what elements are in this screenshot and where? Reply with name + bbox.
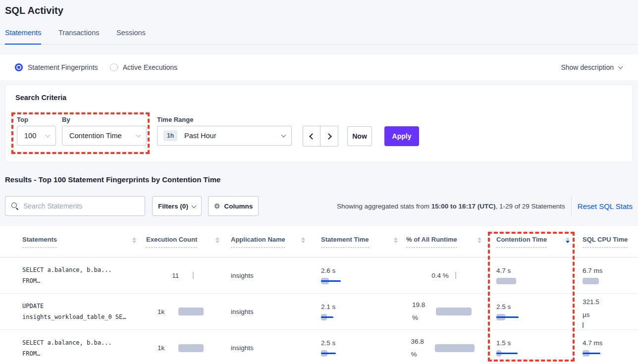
search-criteria-heading: Search Criteria: [15, 94, 66, 102]
sql-cpu-time-bar: [583, 322, 584, 328]
statement-cell[interactable]: SELECT a.balance, b.ba... FROM…: [22, 258, 136, 293]
statement-search-box: [5, 196, 145, 216]
stats-area: Showing aggregated stats from 15:00 to 1…: [337, 196, 633, 216]
sort-icon-active[interactable]: [566, 237, 570, 243]
execution-count-bar: [193, 272, 194, 279]
page-title: SQL Activity: [5, 5, 63, 16]
sort-icon[interactable]: [215, 237, 219, 243]
execution-count-cell: 1k: [146, 294, 219, 329]
radio-active-executions[interactable]: Active Executions: [110, 63, 178, 71]
time-range-select[interactable]: 1h Past Hour: [157, 126, 292, 146]
sort-icon[interactable]: [132, 237, 136, 243]
reset-sql-stats-link[interactable]: Reset SQL Stats: [578, 202, 633, 210]
statement-text: FROM…: [22, 348, 136, 359]
top-select[interactable]: 100: [17, 126, 56, 146]
apply-button[interactable]: Apply: [384, 126, 419, 146]
col-header-statement-time[interactable]: Statement Time: [321, 236, 369, 248]
now-button[interactable]: Now: [347, 126, 372, 146]
application-name-value: insights: [231, 344, 305, 352]
statement-time-value: 2.5 s: [321, 339, 398, 347]
sort-icon[interactable]: [478, 237, 481, 243]
statement-text: SELECT a.balance, b.ba...: [22, 337, 136, 348]
sql-cpu-time-cell: 4.7 ms: [583, 330, 632, 364]
radio-unselected-icon: [110, 63, 118, 71]
arrow-right-icon: [325, 133, 332, 140]
contention-time-cell: 4.7 s: [496, 258, 570, 293]
sql-cpu-time-value: 4.7 ms: [583, 339, 632, 347]
stats-prefix: Showing aggregated stats from: [337, 203, 431, 210]
filters-button[interactable]: Filters (0): [152, 196, 202, 216]
pct-runtime-value: 19.8: [412, 299, 436, 312]
stats-suffix: , 1-29 of 29 Statements: [495, 203, 565, 210]
radio-label: Active Executions: [123, 63, 178, 71]
sql-cpu-time-value: 6.7 ms: [583, 266, 632, 275]
sort-icon[interactable]: [301, 237, 305, 243]
statement-text: FROM…: [22, 275, 136, 286]
columns-label: Columns: [224, 203, 253, 210]
execution-count-value: 1k: [158, 344, 178, 352]
time-range-badge: 1h: [163, 130, 177, 141]
col-header-sql-cpu-time[interactable]: SQL CPU Time: [583, 236, 628, 248]
statement-cell[interactable]: SELECT a.balance, b.ba... FROM…: [22, 330, 136, 364]
statement-text: insights_workload_table_0 SE…: [22, 312, 136, 322]
sql-cpu-time-value: 321.5: [583, 296, 632, 309]
show-description-label: Show description: [561, 63, 614, 71]
contention-time-value: 2.5 s: [496, 303, 570, 311]
statement-time-bar: [321, 350, 351, 357]
statement-time-cell: 2.5 s: [321, 330, 398, 364]
stats-range: 15:00 to 16:17 (UTC): [431, 203, 496, 210]
previous-time-button[interactable]: [303, 126, 320, 146]
sort-icon[interactable]: [394, 237, 398, 243]
pct-runtime-value: 0.4 %: [431, 271, 455, 280]
statement-time-value: 2.1 s: [321, 303, 398, 311]
gear-icon: ⚙: [214, 202, 220, 210]
sql-cpu-time-unit: µs: [583, 309, 632, 321]
statements-table: Statements Execution Count Application N…: [0, 225, 638, 364]
show-description-toggle[interactable]: Show description: [561, 54, 622, 80]
radio-label: Statement Fingerprints: [28, 63, 98, 71]
execution-count-bar: [178, 345, 208, 352]
contention-time-bar: [496, 314, 526, 321]
pct-runtime-bar: [436, 308, 476, 315]
col-header-contention-time[interactable]: Contention Time: [496, 236, 547, 248]
filters-label: Filters (0): [158, 203, 188, 210]
statement-time-value: 2.6 s: [321, 266, 398, 275]
statement-cell[interactable]: UPDATE insights_workload_table_0 SE…: [22, 294, 136, 329]
tab-sessions[interactable]: Sessions: [116, 29, 146, 45]
contention-time-value: 4.7 s: [496, 266, 570, 275]
contention-time-cell: 1.5 s: [496, 330, 570, 364]
time-range-label: Time Range: [157, 116, 193, 123]
contention-time-bar: [496, 350, 526, 357]
next-time-button[interactable]: [320, 126, 338, 146]
execution-count-cell: 1k: [146, 330, 219, 364]
tab-transactions[interactable]: Transactions: [58, 29, 99, 45]
divider: [571, 196, 572, 216]
application-name-value: insights: [231, 308, 305, 316]
by-label: By: [62, 116, 70, 123]
contention-time-bar: [496, 278, 526, 285]
search-input[interactable]: [23, 202, 145, 210]
col-header-application-name[interactable]: Application Name: [231, 236, 285, 248]
execution-count-value: 11: [172, 272, 193, 279]
by-select[interactable]: Contention Time: [62, 126, 147, 146]
results-heading: Results - Top 100 Statement Fingerprints…: [5, 175, 220, 184]
col-header-pct-runtime[interactable]: % of All Runtime: [406, 236, 457, 248]
chevron-down-icon: [618, 64, 623, 69]
execution-count-value: 1k: [158, 308, 178, 315]
col-header-statements[interactable]: Statements: [22, 236, 57, 248]
tab-statements[interactable]: Statements: [5, 29, 41, 45]
pct-runtime-unit: %: [412, 312, 436, 324]
radio-statement-fingerprints[interactable]: Statement Fingerprints: [15, 63, 98, 71]
application-name-cell: insights: [231, 294, 305, 329]
pct-runtime-bar: [455, 272, 456, 279]
execution-count-bar: [178, 308, 208, 315]
table-row: UPDATE insights_workload_table_0 SE… 1k …: [0, 294, 638, 330]
col-header-execution-count[interactable]: Execution Count: [146, 236, 197, 248]
chevron-down-icon: [191, 203, 196, 208]
radio-selected-icon: [15, 63, 23, 71]
arrow-left-icon: [309, 133, 316, 140]
columns-button[interactable]: ⚙ Columns: [208, 196, 259, 216]
sql-cpu-time-cell: 6.7 ms: [583, 258, 632, 293]
application-name-cell: insights: [231, 258, 305, 293]
application-name-cell: insights: [231, 330, 305, 364]
